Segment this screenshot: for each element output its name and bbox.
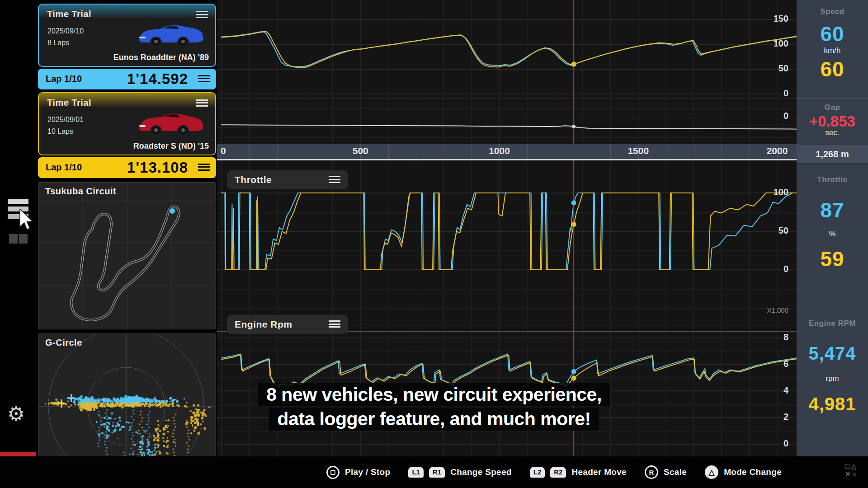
rpm-unit-note: X1,000 bbox=[750, 306, 788, 314]
throttle-label: Throttle bbox=[797, 175, 868, 184]
session-mode: Time Trial bbox=[47, 98, 91, 108]
change-speed-control[interactable]: L1 R1 Change Speed bbox=[408, 467, 511, 478]
rpm-y-tick: 0 bbox=[750, 438, 788, 449]
rpm-unit: rpm bbox=[797, 374, 868, 383]
r2-button-icon: R2 bbox=[550, 467, 566, 478]
speed-value-yellow: 60 bbox=[797, 57, 868, 81]
r1-button-icon: R1 bbox=[429, 467, 445, 478]
car-position-dot bbox=[170, 208, 175, 214]
speed-y-tick: 100 bbox=[750, 38, 788, 49]
distance-tick: 1500 bbox=[620, 145, 656, 156]
gap-y-tick: 0 bbox=[750, 111, 788, 121]
rpm-chart-title: Engine Rpm bbox=[235, 319, 292, 330]
scale-label: Scale bbox=[664, 467, 687, 477]
settings-gear-icon[interactable]: ⚙ bbox=[7, 404, 25, 424]
distance-tick: 1000 bbox=[481, 145, 518, 156]
session-card-yellow[interactable]: Time Trial 2025/09/01 10 Laps Roadster S… bbox=[38, 92, 216, 155]
left-toolbar: ⚙ bbox=[0, 0, 36, 488]
rpm-value-blue: 5,474 bbox=[797, 343, 868, 364]
session-laps: 10 Laps bbox=[47, 127, 73, 136]
lap-menu-icon[interactable] bbox=[198, 164, 210, 171]
distance-tick: 500 bbox=[342, 145, 378, 156]
layout-view-3-button[interactable] bbox=[9, 234, 28, 244]
speed-label: Speed bbox=[797, 7, 868, 16]
session-date: 2025/09/01 bbox=[47, 116, 84, 124]
car-image-red-roadster bbox=[136, 110, 208, 135]
distance-axis-bar[interactable]: 0500100015002000 bbox=[217, 144, 797, 160]
ps-shapes-logo: □△ ✕○ bbox=[842, 462, 862, 478]
rpm-chart-header[interactable]: Engine Rpm bbox=[227, 315, 348, 334]
lap-menu-icon[interactable] bbox=[198, 75, 210, 82]
scale-control[interactable]: R Scale bbox=[645, 465, 687, 479]
throttle-value-blue: 87 bbox=[797, 198, 868, 222]
rpm-y-tick: 2 bbox=[750, 412, 788, 422]
distance-readout: 1,268 m bbox=[797, 145, 868, 164]
track-outline bbox=[71, 207, 179, 320]
lap-counter: Lap 1/10 bbox=[46, 74, 82, 84]
telemetry-charts[interactable] bbox=[217, 0, 797, 456]
lap-time-bar-blue[interactable]: Lap 1/10 1'14.592 bbox=[38, 69, 216, 89]
controls-row: Play / Stop L1 R1 Change Speed L2 R2 Hea… bbox=[326, 456, 782, 488]
distance-tick: 0 bbox=[221, 145, 226, 156]
rpm-label: Engine RPM bbox=[797, 319, 868, 328]
rpm-y-tick: 8 bbox=[750, 332, 788, 343]
change-speed-label: Change Speed bbox=[450, 467, 512, 477]
track-map-title: Tsukuba Circuit bbox=[45, 186, 116, 197]
triangle-glyph: △ bbox=[851, 462, 859, 470]
session-date: 2025/09/10 bbox=[47, 27, 84, 35]
car-name: Roadster S (ND) '15 bbox=[133, 141, 209, 151]
throttle-menu-icon[interactable] bbox=[329, 176, 340, 184]
rpm-value-yellow: 4,981 bbox=[797, 394, 868, 414]
lap-counter: Lap 1/10 bbox=[46, 162, 82, 173]
touchpad-button-icon bbox=[326, 466, 340, 479]
play-stop-control[interactable]: Play / Stop bbox=[326, 466, 390, 479]
speed-y-tick: 150 bbox=[750, 14, 788, 24]
telemetry-chart-area: 0500100015002000 Throttle Engine Rpm 150… bbox=[217, 0, 797, 456]
track-map-panel: Tsukuba Circuit bbox=[38, 182, 216, 329]
telemetry-sidebar: Speed 60 km/h 60 Gap +0.853 sec. 1,268 m… bbox=[797, 0, 868, 456]
track-map bbox=[38, 183, 216, 329]
divider bbox=[797, 99, 868, 99]
mode-change-label: Mode Change bbox=[724, 467, 782, 477]
session-menu-icon[interactable] bbox=[196, 99, 208, 107]
speed-y-tick: 0 bbox=[750, 88, 788, 99]
throttle-y-tick: 100 bbox=[750, 187, 788, 197]
rpm-y-tick: 6 bbox=[750, 359, 788, 369]
throttle-y-tick: 0 bbox=[750, 264, 788, 274]
session-menu-icon[interactable] bbox=[196, 11, 208, 18]
throttle-unit: % bbox=[797, 230, 868, 239]
triangle-button-icon: △ bbox=[705, 465, 718, 479]
l1-button-icon: L1 bbox=[408, 467, 424, 478]
session-panel: Time Trial 2025/09/10 8 Laps Eunos Roadd… bbox=[38, 0, 216, 488]
track-centerline bbox=[71, 207, 179, 320]
r-stick-button-icon: R bbox=[645, 465, 658, 479]
car-name: Eunos Roaddter (NA) '89 bbox=[113, 53, 209, 62]
speed-value-blue: 60 bbox=[797, 22, 868, 46]
lap-time-bar-yellow[interactable]: Lap 1/10 1'13.108 bbox=[38, 157, 216, 178]
mode-change-control[interactable]: △ Mode Change bbox=[705, 465, 782, 479]
throttle-y-tick: 50 bbox=[750, 225, 788, 236]
mouse-cursor bbox=[19, 209, 37, 231]
rpm-menu-icon[interactable] bbox=[329, 320, 340, 328]
throttle-value-yellow: 59 bbox=[797, 247, 868, 271]
header-move-label: Header Move bbox=[571, 467, 627, 477]
throttle-chart-header[interactable]: Throttle bbox=[227, 170, 348, 189]
rpm-y-tick: 4 bbox=[750, 385, 788, 396]
gap-label: Gap bbox=[797, 103, 868, 112]
header-move-control[interactable]: L2 R2 Header Move bbox=[530, 467, 627, 478]
control-hint-bar: Play / Stop L1 R1 Change Speed L2 R2 Hea… bbox=[0, 456, 868, 488]
gt-data-logger-screen: ⚙ Time Trial 2025/09/10 8 Laps bbox=[0, 0, 868, 488]
car-image-blue-roadster bbox=[136, 22, 208, 46]
circle-glyph: ○ bbox=[853, 470, 859, 478]
lap-time: 1'13.108 bbox=[127, 159, 188, 176]
square-glyph: □ bbox=[845, 462, 851, 470]
throttle-chart-title: Throttle bbox=[235, 174, 272, 185]
session-mode: Time Trial bbox=[47, 9, 91, 19]
speed-y-tick: 50 bbox=[750, 63, 788, 74]
g-circle-title: G-Circle bbox=[45, 338, 82, 348]
divider bbox=[797, 308, 868, 308]
distance-tick: 2000 bbox=[759, 145, 795, 156]
session-card-blue[interactable]: Time Trial 2025/09/10 8 Laps Eunos Roadd… bbox=[38, 4, 216, 67]
session-laps: 8 Laps bbox=[47, 39, 69, 47]
gap-value: +0.853 bbox=[797, 113, 868, 130]
